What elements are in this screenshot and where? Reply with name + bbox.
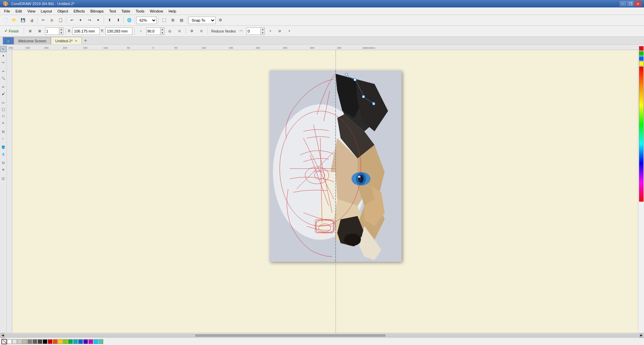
node-count-up[interactable]: ▲ — [59, 28, 63, 31]
redo-button[interactable]: ↪ — [85, 16, 93, 24]
tab-close-icon[interactable]: ✕ — [75, 39, 78, 43]
color-gradient-strip[interactable] — [639, 66, 644, 202]
new-button[interactable]: 📄 — [1, 16, 9, 24]
selection-tool[interactable]: ↖ — [0, 46, 6, 52]
tab-welcome-screen[interactable]: Welcome Screen — [14, 37, 51, 44]
view-button3[interactable]: ▤ — [177, 16, 186, 24]
palette-blue[interactable] — [639, 56, 644, 61]
swatch-orange[interactable] — [53, 339, 58, 344]
elastic-mode-button[interactable]: ⊘ — [276, 27, 284, 35]
undo-button[interactable]: ↩ — [68, 16, 76, 24]
node-select-all-button[interactable]: ⊞ — [26, 27, 34, 35]
palette-yellow[interactable] — [639, 61, 644, 66]
swatch-white[interactable] — [7, 339, 12, 344]
publish-button[interactable]: 🌐 — [125, 16, 133, 24]
minimize-button[interactable]: − — [620, 1, 626, 6]
shape-tool[interactable]: ✦ — [0, 53, 6, 59]
node-symmetrical-button[interactable]: ⛭ — [197, 27, 206, 35]
ellipse-tool[interactable]: ◯ — [0, 106, 6, 112]
swatch-lightgray[interactable] — [12, 339, 17, 344]
x-input[interactable]: 106.175 mm — [72, 27, 100, 35]
swatch-magenta[interactable] — [88, 339, 93, 344]
menu-effects[interactable]: Effects — [71, 8, 87, 14]
zoom-tool[interactable]: 🔍 — [0, 75, 6, 81]
node-count-down[interactable]: ▼ — [59, 31, 63, 35]
view-grid-button[interactable]: ⊞ — [169, 16, 177, 24]
outline-tool[interactable]: ⊡ — [0, 160, 6, 166]
swatch-darkgray[interactable] — [33, 339, 37, 344]
menu-table[interactable]: Table — [119, 8, 133, 14]
swatch-purple[interactable] — [83, 339, 88, 344]
options-button[interactable]: ⚙ — [216, 16, 224, 24]
fill-tool[interactable]: 🪣 — [0, 144, 6, 150]
copy-button[interactable]: ⎘ — [48, 16, 56, 24]
mirror-v-button[interactable]: ⊙ — [175, 27, 184, 35]
print-button[interactable]: 🖨 — [28, 16, 36, 24]
swatch-cyan[interactable] — [73, 339, 78, 344]
menu-bitmaps[interactable]: Bitmaps — [88, 8, 107, 14]
menu-file[interactable]: File — [1, 8, 13, 14]
node-count-spinner[interactable]: 1 ▲ ▼ — [45, 27, 63, 35]
node-count-input[interactable]: 1 — [45, 28, 59, 35]
cut-button[interactable]: ✂ — [39, 16, 47, 24]
swatch-tan2[interactable] — [22, 339, 27, 344]
reduce-nodes-plus[interactable]: + — [266, 27, 274, 35]
swatch-charcoal[interactable] — [38, 339, 42, 344]
no-color-swatch[interactable] — [1, 339, 7, 344]
menu-tools[interactable]: Tools — [133, 8, 147, 14]
redo-dropdown[interactable]: ▾ — [94, 16, 102, 24]
rotation-spinner[interactable]: 90.0 ▲ ▼ — [146, 27, 165, 35]
swatch-black[interactable] — [43, 339, 47, 344]
node-subpath-button[interactable]: ⊠ — [36, 27, 44, 35]
tab-untitled-2[interactable]: Untitled-2* ✕ — [51, 37, 82, 44]
full-screen-button[interactable]: ⛶ — [160, 16, 168, 24]
snap-to-selector[interactable]: Snap To — [189, 17, 216, 24]
menu-help[interactable]: Help — [166, 8, 179, 14]
export-button[interactable]: ⬇ — [114, 16, 122, 24]
mirror-h-button[interactable]: ◎ — [166, 27, 174, 35]
transparency-tool[interactable]: ◫ — [0, 175, 6, 181]
menu-window[interactable]: Window — [147, 8, 166, 14]
crop-tool[interactable]: ✂ — [0, 68, 6, 74]
reduce-nodes-spinner[interactable]: 0 ▲ ▼ — [246, 27, 265, 35]
save-button[interactable]: 💾 — [19, 16, 27, 24]
reduce-nodes-up[interactable]: ▲ — [260, 28, 264, 31]
rotation-down[interactable]: ▼ — [160, 31, 164, 35]
menu-view[interactable]: View — [25, 8, 38, 14]
eyedropper-tool[interactable]: 💧 — [0, 151, 6, 157]
scroll-left-button[interactable]: ◀ — [1, 333, 5, 338]
polygon-tool[interactable]: ⬡ — [0, 113, 6, 119]
swatch-tan1[interactable] — [17, 339, 22, 344]
reduce-nodes-input[interactable]: 0 — [247, 28, 260, 35]
blend-tool[interactable]: ≋ — [0, 167, 6, 173]
restore-button[interactable]: ❐ — [627, 1, 634, 6]
y-input[interactable]: 130.283 mm — [105, 27, 132, 35]
scroll-right-button[interactable]: ▶ — [639, 333, 643, 338]
drawing-canvas[interactable] — [12, 50, 638, 333]
swatch-blue[interactable] — [78, 339, 83, 344]
swatch-green[interactable] — [68, 339, 73, 344]
swatch-gray[interactable] — [27, 339, 32, 344]
menu-object[interactable]: Object — [55, 8, 71, 14]
h-scroll-thumb[interactable] — [195, 335, 385, 337]
freehand-tool[interactable]: ✏ — [0, 84, 6, 90]
rotation-input[interactable]: 90.0 — [147, 28, 160, 35]
undo-dropdown[interactable]: ▾ — [77, 16, 85, 24]
tab-add-button[interactable]: + — [82, 37, 89, 44]
swatch-lime[interactable] — [63, 339, 68, 344]
paste-button[interactable]: 📋 — [57, 16, 65, 24]
rectangle-tool[interactable]: ▭ — [0, 100, 6, 106]
swatch-yellow[interactable] — [58, 339, 63, 344]
palette-red[interactable] — [639, 46, 644, 51]
parallel-tool[interactable]: ⊟ — [0, 129, 6, 135]
swatch-teal[interactable] — [99, 339, 103, 344]
connector-tool[interactable]: ⌐ — [0, 135, 6, 142]
smooth-tool[interactable]: 〜 — [0, 60, 6, 66]
reduce-nodes-down[interactable]: ▼ — [260, 31, 264, 35]
menu-text[interactable]: Text — [106, 8, 119, 14]
node-smooth-button[interactable]: ⚙ — [188, 27, 196, 35]
swatch-lightblue[interactable] — [93, 339, 98, 344]
rotation-up[interactable]: ▲ — [160, 28, 164, 31]
menu-edit[interactable]: Edit — [13, 8, 25, 14]
text-tool[interactable]: A — [0, 120, 6, 126]
